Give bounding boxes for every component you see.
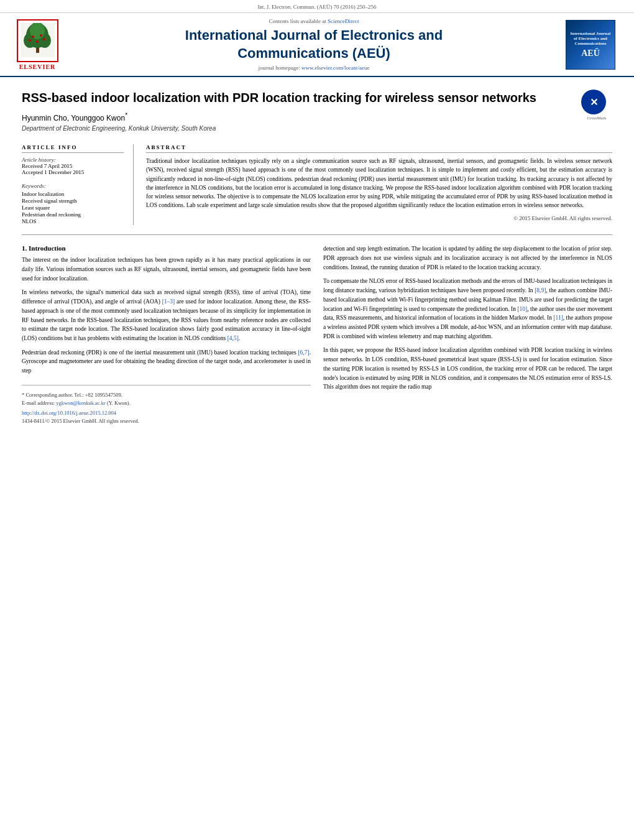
article-body: ARTICLE INFO Article history: Received 7… — [22, 144, 612, 225]
journal-homepage: journal homepage: www.elsevier.com/locat… — [62, 65, 566, 71]
left-column: 1. Introduction The interest on the indo… — [22, 244, 311, 426]
authors: Hyunmin Cho, Younggoo Kwon* — [22, 112, 575, 122]
crossmark-icon: ✕ — [581, 90, 606, 114]
intro-para2: In wireless networks, the signal's numer… — [22, 288, 311, 343]
citation-bar: Int. J. Electron. Commun. (AEÜ) 70 (2016… — [0, 0, 634, 13]
svg-point-6 — [32, 35, 34, 38]
received-date: Received 7 April 2015 — [22, 163, 124, 169]
ref-6-7: [6,7] — [298, 349, 309, 356]
keyword-1: Indoor localization — [22, 191, 124, 197]
section-divider — [22, 234, 612, 235]
keyword-3: Least square — [22, 205, 124, 211]
abstract-text: Traditional indoor localization techniqu… — [146, 157, 612, 210]
doi-link[interactable]: http://dx.doi.org/10.1016/j.aeue.2015.12… — [22, 410, 116, 416]
right-para3: In this paper, we propose the RSS-based … — [323, 346, 612, 392]
based-text: based — [214, 349, 228, 356]
citation-text: Int. J. Electron. Commun. (AEÜ) 70 (2016… — [257, 4, 376, 10]
doi-line: http://dx.doi.org/10.1016/j.aeue.2015.12… — [22, 410, 311, 416]
crossmark: ✕ CrossMark — [581, 90, 612, 121]
ref-11: [11] — [553, 315, 563, 321]
svg-point-8 — [36, 40, 39, 43]
page: Int. J. Electron. Commun. (AEÜ) 70 (2016… — [0, 0, 634, 840]
intro-para3: Pedestrian dead reckoning (PDR) is one o… — [22, 348, 311, 376]
ref-4-5: [4,5] — [227, 335, 239, 341]
footnote-2: E-mail address: ygkwon@konkuk.ac.kr (Y. … — [22, 400, 311, 406]
article-title: RSS-based indoor localization with PDR l… — [22, 90, 575, 106]
ref-10: [10] — [517, 306, 527, 312]
sciencedirect-link[interactable]: ScienceDirect — [328, 18, 359, 24]
footnote-1: * Corresponding author. Tel.: +82 109554… — [22, 392, 311, 398]
keyword-5: NLOS — [22, 218, 124, 224]
history-label: Article history: — [22, 157, 124, 163]
intro-heading: 1. Introduction — [22, 244, 311, 252]
article-info: ARTICLE INFO Article history: Received 7… — [22, 144, 134, 225]
sciencedirect-text: Contents lists available at ScienceDirec… — [62, 18, 566, 24]
keywords-label: Keywords: — [22, 183, 124, 189]
right-column: detection and step length estimation. Th… — [323, 244, 612, 426]
keyword-2: Received signal strength — [22, 198, 124, 204]
elsevier-logo: ELSEVIER — [12, 19, 62, 70]
article-info-title: ARTICLE INFO — [22, 144, 124, 153]
right-para2: To compensate the NLOS error of RSS-base… — [323, 277, 612, 341]
elsevier-logo-box — [17, 19, 58, 62]
svg-point-7 — [40, 34, 42, 37]
journal-right-logo: International Journal of Electronics and… — [566, 20, 622, 70]
author-asterisk: * — [125, 112, 127, 119]
ref-1-3: [1–3] — [162, 298, 175, 305]
elsevier-tree-icon — [21, 23, 55, 57]
footer-area: * Corresponding author. Tel.: +82 109554… — [22, 385, 311, 424]
article-header: RSS-based indoor localization with PDR l… — [22, 90, 612, 138]
intro-para1: The interest on the indoor localization … — [22, 256, 311, 283]
journal-header: ELSEVIER Contents lists available at Sci… — [0, 13, 634, 77]
abstract-section: ABSTRACT Traditional indoor localization… — [146, 144, 612, 225]
keywords-list: Indoor localization Received signal stre… — [22, 191, 124, 224]
journal-title: International Journal of Electronics and… — [62, 27, 566, 62]
two-column-body: 1. Introduction The interest on the indo… — [22, 244, 612, 426]
homepage-link[interactable]: www.elsevier.com/locate/aeue — [301, 65, 369, 71]
svg-point-10 — [43, 38, 45, 40]
issn-line: 1434-8411/© 2015 Elsevier GmbH. All righ… — [22, 418, 311, 424]
copyright: © 2015 Elsevier GmbH. All rights reserve… — [146, 215, 612, 221]
svg-point-9 — [29, 39, 31, 42]
main-content: RSS-based indoor localization with PDR l… — [0, 77, 634, 438]
journal-center: Contents lists available at ScienceDirec… — [62, 18, 566, 71]
crossmark-label: CrossMark — [581, 116, 612, 121]
email-link[interactable]: ygkwon@konkuk.ac.kr — [56, 400, 106, 406]
ref-8-9: [8,9] — [535, 287, 546, 293]
keyword-4: Pedestrian dead reckoning — [22, 211, 124, 218]
abstract-title: ABSTRACT — [146, 144, 612, 153]
affiliation: Department of Electronic Engineering, Ko… — [22, 125, 575, 132]
right-para1: detection and step length estimation. Th… — [323, 244, 612, 272]
elsevier-name: ELSEVIER — [12, 63, 62, 70]
aeu-cover-image: International Journal of Electronics and… — [566, 20, 615, 70]
accepted-date: Accepted 1 December 2015 — [22, 169, 124, 175]
article-title-block: RSS-based indoor localization with PDR l… — [22, 90, 575, 138]
